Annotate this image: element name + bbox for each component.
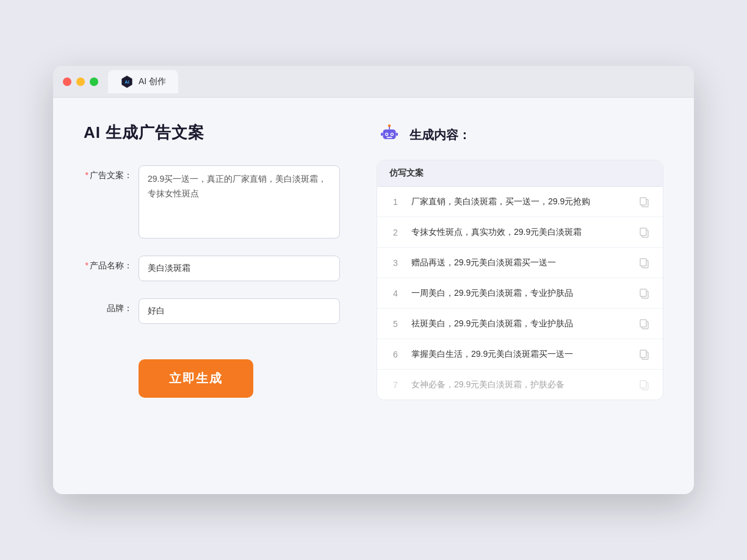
svg-point-6 xyxy=(391,134,393,135)
row-text: 厂家直销，美白淡斑霜，买一送一，29.9元抢购 xyxy=(411,195,629,208)
brand-input[interactable] xyxy=(139,298,340,324)
browser-content: AI 生成广告文案 *广告文案： 29.9买一送一，真正的厂家直销，美白淡斑霜，… xyxy=(53,98,694,494)
copy-icon[interactable] xyxy=(638,318,651,330)
product-name-label: *产品名称： xyxy=(84,256,139,271)
table-row: 3赠品再送，29.9元美白淡斑霜买一送一 xyxy=(377,248,663,278)
copy-icon[interactable] xyxy=(638,226,651,239)
svg-rect-7 xyxy=(387,137,392,138)
svg-rect-23 xyxy=(640,350,646,357)
product-name-input[interactable] xyxy=(139,256,340,281)
result-title: 生成内容： xyxy=(410,127,471,143)
table-row: 7女神必备，29.9元美白淡斑霜，护肤必备 xyxy=(377,370,663,400)
brand-group: 品牌： xyxy=(84,298,340,324)
table-header: 仿写文案 xyxy=(377,160,663,187)
svg-rect-11 xyxy=(396,133,399,136)
svg-rect-25 xyxy=(640,381,646,388)
table-row: 6掌握美白生活，29.9元美白淡斑霜买一送一 xyxy=(377,339,663,370)
minimize-button[interactable] xyxy=(76,77,85,86)
ai-tab-icon: AI xyxy=(120,75,134,88)
tab-label: AI 创作 xyxy=(139,76,166,87)
maximize-button[interactable] xyxy=(90,77,98,86)
row-number: 7 xyxy=(389,380,402,390)
svg-rect-19 xyxy=(640,289,646,296)
ad-copy-group: *广告文案： 29.9买一送一，真正的厂家直销，美白淡斑霜，专抹女性斑点 xyxy=(84,165,340,239)
svg-point-5 xyxy=(386,134,388,135)
ad-copy-label: *广告文案： xyxy=(84,165,139,181)
svg-rect-21 xyxy=(640,320,646,327)
ad-copy-textarea[interactable]: 29.9买一送一，真正的厂家直销，美白淡斑霜，专抹女性斑点 xyxy=(139,165,340,239)
row-number: 4 xyxy=(389,289,402,298)
main-layout: AI 生成广告文案 *广告文案： 29.9买一送一，真正的厂家直销，美白淡斑霜，… xyxy=(84,122,663,400)
row-text: 赠品再送，29.9元美白淡斑霜买一送一 xyxy=(411,256,629,269)
result-rows-container: 1厂家直销，美白淡斑霜，买一送一，29.9元抢购 2专抹女性斑点，真实功效，29… xyxy=(377,187,663,400)
product-name-group: *产品名称： xyxy=(84,256,340,281)
left-panel: AI 生成广告文案 *广告文案： 29.9买一送一，真正的厂家直销，美白淡斑霜，… xyxy=(84,122,340,400)
svg-rect-15 xyxy=(640,228,646,235)
result-table: 仿写文案 1厂家直销，美白淡斑霜，买一送一，29.9元抢购 2专抹女性斑点，真实… xyxy=(377,160,663,400)
row-text: 一周美白，29.9元美白淡斑霜，专业护肤品 xyxy=(411,287,629,300)
table-row: 4一周美白，29.9元美白淡斑霜，专业护肤品 xyxy=(377,278,663,309)
table-row: 5祛斑美白，29.9元美白淡斑霜，专业护肤品 xyxy=(377,309,663,339)
row-text: 掌握美白生活，29.9元美白淡斑霜买一送一 xyxy=(411,348,629,361)
product-name-required: * xyxy=(85,260,88,270)
copy-icon[interactable] xyxy=(638,348,651,361)
row-text: 专抹女性斑点，真实功效，29.9元美白淡斑霜 xyxy=(411,226,629,239)
result-header: 生成内容： xyxy=(377,122,663,148)
svg-rect-13 xyxy=(640,198,646,205)
svg-rect-17 xyxy=(640,259,646,266)
generate-button[interactable]: 立即生成 xyxy=(139,359,253,398)
table-row: 1厂家直销，美白淡斑霜，买一送一，29.9元抢购 xyxy=(377,187,663,217)
table-row: 2专抹女性斑点，真实功效，29.9元美白淡斑霜 xyxy=(377,217,663,248)
row-number: 1 xyxy=(389,197,402,207)
row-number: 2 xyxy=(389,228,402,237)
copy-icon[interactable] xyxy=(638,257,651,269)
copy-icon[interactable] xyxy=(638,379,651,391)
copy-icon[interactable] xyxy=(638,287,651,300)
close-button[interactable] xyxy=(63,77,71,86)
row-number: 5 xyxy=(389,319,402,329)
row-number: 6 xyxy=(389,350,402,359)
svg-rect-10 xyxy=(381,133,383,136)
titlebar: AI AI 创作 xyxy=(53,66,694,98)
svg-text:AI: AI xyxy=(125,79,129,85)
row-text: 女神必备，29.9元美白淡斑霜，护肤必备 xyxy=(411,378,629,391)
right-panel: 生成内容： 仿写文案 1厂家直销，美白淡斑霜，买一送一，29.9元抢购 2专抹女… xyxy=(377,122,663,400)
robot-icon xyxy=(377,122,402,148)
row-text: 祛斑美白，29.9元美白淡斑霜，专业护肤品 xyxy=(411,317,629,330)
row-number: 3 xyxy=(389,258,402,268)
copy-icon[interactable] xyxy=(638,196,651,208)
ad-copy-required: * xyxy=(85,170,88,180)
window-controls xyxy=(63,77,98,86)
browser-window: AI AI 创作 AI 生成广告文案 *广告文案： 29.9买一送一，真正的厂家… xyxy=(53,66,694,494)
page-title: AI 生成广告文案 xyxy=(84,122,340,143)
svg-point-9 xyxy=(388,124,391,127)
browser-tab[interactable]: AI AI 创作 xyxy=(108,70,178,93)
brand-label: 品牌： xyxy=(84,298,139,314)
